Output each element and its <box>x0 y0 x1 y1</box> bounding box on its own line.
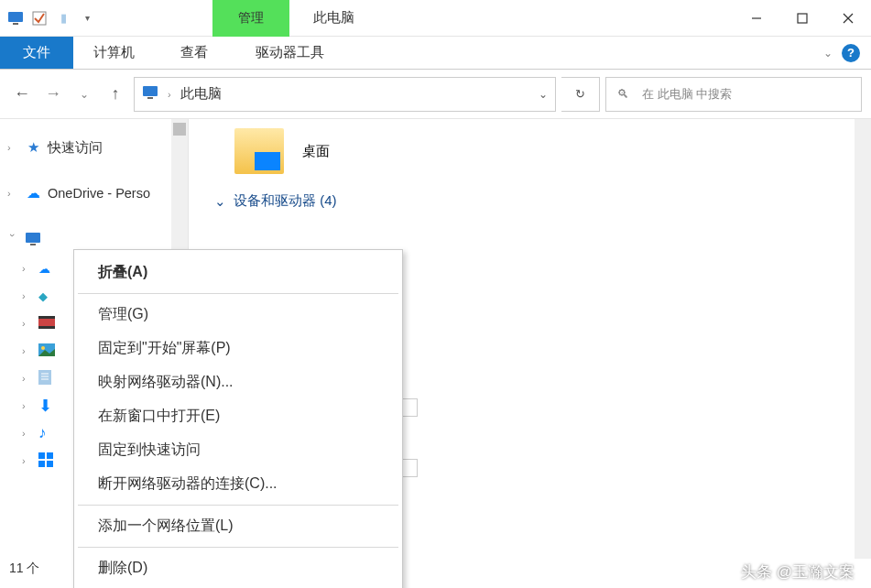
windows-icon <box>38 452 53 470</box>
tree-label: 快速访问 <box>48 139 103 157</box>
ribbon-file-tab[interactable]: 文件 <box>0 37 73 69</box>
ribbon-context-tab-manage[interactable]: 管理 <box>212 0 289 37</box>
context-menu-item[interactable]: 映射网络驱动器(N)... <box>74 365 402 399</box>
section-header-devices[interactable]: ⌄ 设备和驱动器 (4) <box>214 192 853 210</box>
refresh-button[interactable]: ↻ <box>561 77 600 112</box>
window-title: 此电脑 <box>313 9 354 27</box>
svg-rect-21 <box>47 452 53 459</box>
svg-rect-0 <box>8 12 23 22</box>
ribbon-tab-drive-tools[interactable]: 驱动器工具 <box>234 37 344 69</box>
context-menu-item[interactable]: 固定到快速访问 <box>74 433 402 467</box>
titlebar: ▮ ▾ 管理 此电脑 <box>0 0 871 37</box>
quick-access-toolbar: ▮ ▾ <box>0 8 103 28</box>
monitor-icon <box>24 230 42 248</box>
address-dropdown-icon[interactable]: ⌄ <box>539 88 548 101</box>
chevron-right-icon[interactable]: › <box>7 142 18 153</box>
context-menu-item[interactable]: 删除(D) <box>74 551 402 585</box>
cloud-icon: ☁ <box>24 184 42 202</box>
ribbon-tabs: 文件 计算机 查看 驱动器工具 ⌄ ? <box>0 37 871 70</box>
svg-rect-8 <box>147 97 153 99</box>
svg-rect-1 <box>13 23 18 25</box>
ribbon-collapse-icon[interactable]: ⌄ <box>823 47 833 60</box>
context-menu-item[interactable]: 在新窗口中打开(E) <box>74 399 402 433</box>
search-input[interactable]: 🔍︎ 在 此电脑 中搜索 <box>605 77 862 112</box>
music-icon: ♪ <box>38 424 47 442</box>
context-menu: 折叠(A)管理(G)固定到"开始"屏幕(P)映射网络驱动器(N)...在新窗口中… <box>73 249 403 588</box>
folder-label: 桌面 <box>302 143 330 160</box>
ribbon-tab-view[interactable]: 查看 <box>154 37 234 69</box>
up-button[interactable]: ↑ <box>103 80 128 109</box>
tree-label: OneDrive - Perso <box>48 186 150 201</box>
help-icon[interactable]: ? <box>842 44 860 62</box>
monitor-icon[interactable] <box>5 8 26 28</box>
video-icon <box>38 316 55 332</box>
folder-icon <box>234 128 284 174</box>
ribbon-tab-computer[interactable]: 计算机 <box>73 37 154 69</box>
chevron-right-icon: › <box>168 89 171 100</box>
close-button[interactable] <box>825 0 871 37</box>
tree-item-quick-access[interactable]: › ★ 快速访问 <box>0 132 188 163</box>
context-menu-separator <box>78 505 398 506</box>
content-scrollbar[interactable] <box>855 119 871 559</box>
search-placeholder: 在 此电脑 中搜索 <box>642 86 732 103</box>
cube-icon: ◆ <box>38 289 48 303</box>
context-menu-item[interactable]: 固定到"开始"屏幕(P) <box>74 332 402 365</box>
qat-dropdown-icon[interactable]: ▾ <box>77 8 97 28</box>
minimize-button[interactable] <box>734 0 779 37</box>
context-menu-separator <box>78 293 398 294</box>
context-menu-item[interactable]: 添加一个网络位置(L) <box>74 509 402 543</box>
address-bar[interactable]: › 此电脑 ⌄ <box>134 77 556 112</box>
address-text: 此电脑 <box>180 85 222 103</box>
tree-item-onedrive[interactable]: › ☁ OneDrive - Perso <box>0 178 188 209</box>
maximize-button[interactable] <box>779 0 825 37</box>
section-label: 设备和驱动器 (4) <box>234 192 337 210</box>
svg-rect-7 <box>143 86 158 96</box>
chevron-right-icon[interactable]: › <box>7 188 18 199</box>
svg-rect-9 <box>26 233 40 243</box>
window-controls <box>734 0 871 37</box>
svg-rect-20 <box>38 452 45 459</box>
svg-rect-10 <box>30 244 36 245</box>
folder-item-desktop[interactable]: 桌面 <box>234 128 853 174</box>
svg-point-15 <box>41 346 45 350</box>
svg-rect-23 <box>47 461 53 467</box>
context-menu-item[interactable]: 管理(G) <box>74 298 402 332</box>
context-menu-item[interactable]: 折叠(A) <box>74 256 402 289</box>
chevron-down-icon: ⌄ <box>214 193 226 210</box>
recent-locations-dropdown[interactable]: ⌄ <box>71 80 97 109</box>
folder-icon[interactable]: ▮ <box>53 8 73 28</box>
svg-rect-16 <box>38 370 51 385</box>
status-item-count: 11 个 <box>9 561 39 577</box>
context-menu-separator <box>78 547 398 548</box>
cloud-icon: ☁ <box>38 262 50 276</box>
watermark: 头条 @玉瀚文案 <box>741 561 855 583</box>
star-icon: ★ <box>24 138 42 157</box>
document-icon <box>38 370 51 387</box>
context-menu-item[interactable]: 断开网络驱动器的连接(C)... <box>74 467 402 501</box>
back-button[interactable]: ← <box>9 80 35 109</box>
search-icon: 🔍︎ <box>617 87 629 101</box>
svg-rect-13 <box>38 326 55 329</box>
chevron-down-icon[interactable]: › <box>7 234 18 245</box>
monitor-icon <box>142 85 158 103</box>
navigation-bar: ← → ⌄ ↑ › 此电脑 ⌄ ↻ 🔍︎ 在 此电脑 中搜索 <box>0 70 871 119</box>
picture-icon <box>38 343 55 359</box>
svg-rect-12 <box>38 316 55 319</box>
download-icon: ⬇ <box>38 396 52 416</box>
svg-rect-22 <box>38 461 45 467</box>
watermark-text: 头条 @玉瀚文案 <box>741 561 855 583</box>
forward-button[interactable]: → <box>40 80 66 109</box>
svg-rect-4 <box>798 14 807 23</box>
checkbox-icon[interactable] <box>29 8 49 28</box>
